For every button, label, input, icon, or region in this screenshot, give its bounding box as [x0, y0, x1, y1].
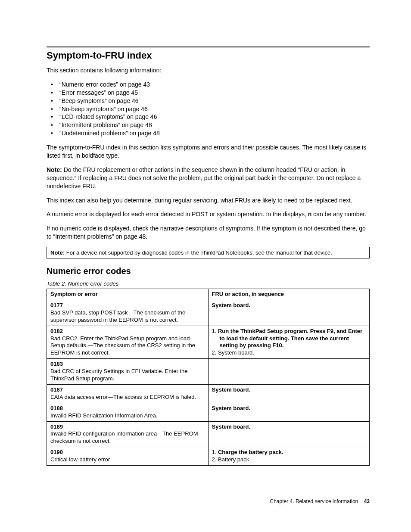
symptom-text: Invalid RFID Serialization Information A…	[50, 412, 158, 419]
symptom-text: Bad SVP data, stop POST task—The checksu…	[50, 309, 185, 323]
error-code: 0189	[50, 423, 63, 430]
footer-page-number: 43	[364, 498, 370, 504]
error-code: 0177	[50, 302, 63, 308]
table-caption: Table 2. Numeric error codes	[47, 280, 370, 287]
symptom-cell: 0190Critical low-battery error	[47, 447, 209, 466]
action-item: 1. Charge the battery pack.	[212, 449, 366, 456]
page: Symptom-to-FRU index This section contai…	[0, 0, 411, 532]
footer-chapter: Chapter 4. Related service information	[270, 498, 358, 504]
toc-item: “LCD-related symptoms” on page 46	[47, 113, 370, 121]
toc-item: “Undetermined problems” on page 48	[47, 129, 370, 137]
action-item: 2. System board.	[212, 349, 366, 357]
col-action: FRU or action, in sequence	[208, 289, 370, 300]
action-item: 2. Battery pack.	[212, 456, 366, 464]
table-row: 0189Invalid RFID configuration informati…	[47, 421, 370, 447]
note-body: Do the FRU replacement or other actions …	[47, 166, 361, 190]
toc-list: “Numeric error codes” on page 43 “Error …	[47, 81, 370, 137]
action-cell	[208, 359, 370, 385]
action-item: System board.	[212, 423, 251, 430]
action-cell: 1. Run the ThinkPad Setup program. Press…	[208, 326, 370, 359]
heading-symptom-to-fru: Symptom-to-FRU index	[47, 50, 370, 61]
error-code: 0182	[50, 328, 63, 334]
note-paragraph: Note: Do the FRU replacement or other ac…	[47, 166, 370, 190]
symptom-cell: 0189Invalid RFID configuration informati…	[47, 421, 209, 447]
symptom-text: Invalid RFID configuration information a…	[50, 430, 198, 444]
text-run: A numeric error is displayed for each er…	[47, 211, 308, 218]
heading-numeric-error-codes: Numeric error codes	[47, 266, 370, 276]
toc-item: “Intermittent problems” on page 48	[47, 121, 370, 129]
symptom-cell: 0182Bad CRC2. Enter the ThinkPad Setup p…	[47, 326, 209, 359]
table-header-row: Symptom or error FRU or action, in seque…	[47, 289, 370, 300]
note-label: Note:	[47, 166, 62, 173]
symptom-cell: 0188Invalid RFID Serialization Informati…	[47, 403, 209, 421]
action-cell: System board.	[208, 421, 370, 447]
variable-n: n	[308, 211, 312, 218]
action-cell: System board.	[208, 403, 370, 421]
action-item: System board.	[212, 302, 251, 308]
col-symptom: Symptom or error	[47, 289, 209, 300]
table-row: 0177Bad SVP data, stop POST task—The che…	[47, 300, 370, 326]
action-cell: 1. Charge the battery pack.2. Battery pa…	[208, 447, 370, 466]
toc-item: “Numeric error codes” on page 43	[47, 81, 370, 89]
note-label: Note:	[50, 249, 65, 256]
symptom-text: Bad CRC2. Enter the ThinkPad Setup progr…	[50, 335, 195, 356]
symptom-cell: 0183Bad CRC of Security Settings in EFI …	[47, 359, 209, 385]
error-code: 0188	[50, 405, 63, 411]
table-row: 0188Invalid RFID Serialization Informati…	[47, 403, 370, 421]
error-code: 0187	[50, 386, 63, 393]
action-cell: System board.	[208, 384, 370, 403]
table-row: 0182Bad CRC2. Enter the ThinkPad Setup p…	[47, 326, 370, 359]
intro-text: This section contains following informat…	[47, 66, 370, 75]
action-item: System board.	[212, 386, 251, 393]
symptom-cell: 0187EAIA data access error—The access to…	[47, 384, 209, 403]
table-row: 0187EAIA data access error—The access to…	[47, 384, 370, 403]
toc-item: “No-beep symptoms” on page 46	[47, 105, 370, 113]
page-footer: Chapter 4. Related service information 4…	[270, 498, 370, 504]
action-item: System board.	[212, 405, 251, 411]
symptom-text: Bad CRC of Security Settings in EFI Vari…	[50, 368, 187, 382]
action-cell: System board.	[208, 300, 370, 326]
action-item: 1. Run the ThinkPad Setup program. Press…	[212, 328, 366, 350]
toc-item: “Error messages” on page 45	[47, 89, 370, 97]
note-body: For a device not supported by diagnostic…	[65, 249, 332, 256]
toc-item: “Beep symptoms” on page 46	[47, 97, 370, 105]
note-box: Note: For a device not supported by diag…	[47, 247, 370, 258]
paragraph: If no numeric code is displayed, check t…	[47, 224, 370, 241]
divider	[47, 47, 370, 47]
error-code: 0190	[50, 449, 63, 455]
paragraph: A numeric error is displayed for each er…	[47, 210, 370, 218]
symptom-text: Critical low-battery error	[50, 456, 110, 463]
symptom-cell: 0177Bad SVP data, stop POST task—The che…	[47, 300, 209, 326]
text-run: can be any number.	[311, 211, 366, 218]
table-row: 0190Critical low-battery error1. Charge …	[47, 447, 370, 466]
numeric-error-codes-table: Symptom or error FRU or action, in seque…	[47, 289, 370, 466]
symptom-text: EAIA data access error—The access to EEP…	[50, 394, 196, 400]
paragraph: This index can also help you determine, …	[47, 196, 370, 205]
error-code: 0183	[50, 361, 63, 367]
table-row: 0183Bad CRC of Security Settings in EFI …	[47, 359, 370, 385]
paragraph: The symptom-to-FRU index in this section…	[47, 143, 370, 160]
